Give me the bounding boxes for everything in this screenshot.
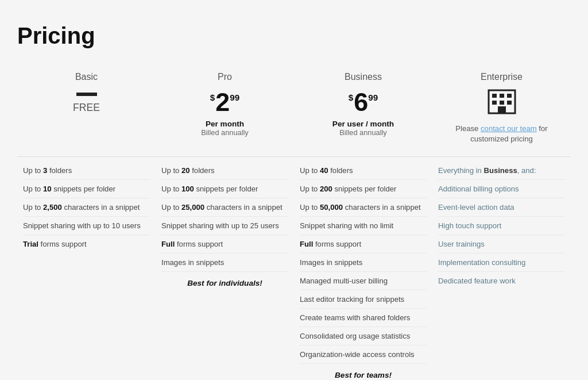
feature-item: Up to 10 snippets per folder [23,180,150,198]
best-for-label: Best for individuals! [161,272,288,290]
feature-item: Up to 100 snippets per folder [161,180,288,198]
feature-item: Snippet sharing with no limit [300,217,427,235]
feature-item: Up to 40 folders [300,162,427,180]
feature-item: Full forms support [161,235,288,254]
feature-item: Snippet sharing with up to 25 users [161,217,288,235]
feature-item: Up to 3 folders [23,162,150,180]
svg-rect-5 [500,101,504,105]
feature-item: Everything in Business, and: [438,162,565,180]
plan-enterprise-contact: Please contact our team for customized p… [438,124,565,145]
plan-pro-features: Up to 20 foldersUp to 100 snippets per f… [156,156,294,380]
plan-enterprise-header: Enterprise Please contact our team for c… [432,66,571,156]
plan-pro-cents: 99 [230,93,239,102]
feature-item: Up to 50,000 characters in a snippet [300,198,427,217]
best-for-label: Best for teams! [300,364,427,380]
feature-item: Managed multi-user billing [300,272,427,290]
plan-pro-billed: Billed annually [161,128,288,137]
feature-item: Implementation consulting [438,254,565,272]
plan-basic-dash [76,93,97,96]
feature-item: Create teams with shared folders [300,309,427,327]
features-grid: Up to 3 foldersUp to 10 snippets per fol… [17,156,571,380]
feature-item: Consolidated org usage statistics [300,327,427,346]
feature-item: Images in snippets [300,254,427,272]
svg-rect-7 [498,106,506,113]
plan-business-dollar: $ [349,93,353,102]
plan-business-cents: 99 [368,93,378,102]
svg-rect-2 [500,94,504,98]
feature-item: Snippet sharing with up to 10 users [23,217,150,235]
feature-item: Last editor tracking for snippets [300,290,427,309]
feature-item: Trial forms support [23,235,150,253]
plan-basic-free: FREE [23,102,150,114]
feature-item: Dedicated feature work [438,272,565,290]
svg-rect-4 [492,101,497,105]
plan-enterprise-features: Everything in Business, and:Additional b… [432,156,571,380]
feature-item: Additional billing options [438,180,565,198]
plan-business-header: Business $ 6 99 Per user / month Billed … [294,66,432,156]
plan-basic-name: Basic [23,72,150,82]
feature-item: User trainings [438,235,565,254]
feature-item: Images in snippets [161,254,288,272]
feature-item: Organization-wide access controls [300,346,427,364]
plan-business-name: Business [300,72,427,82]
feature-item: Up to 25,000 characters in a snippet [161,198,288,217]
plan-pro-price: $ 2 99 [161,89,288,115]
plan-basic-header: Basic FREE [17,66,156,156]
plan-basic-features: Up to 3 foldersUp to 10 snippets per fol… [17,156,156,380]
pricing-header: Basic FREE Pro $ 2 99 Per month Billed a… [17,66,571,156]
enterprise-contact-prefix: Please [455,124,481,133]
plan-pro-main: 2 [215,89,230,115]
plan-pro-name: Pro [161,72,288,82]
plan-pro-header: Pro $ 2 99 Per month Billed annually [156,66,294,156]
plan-business-period: Per user / month [300,120,427,128]
plan-pro-dollar: $ [210,93,215,102]
feature-item: Up to 200 snippets per folder [300,180,427,198]
feature-item: Full forms support [300,235,427,254]
enterprise-building-icon [438,89,565,119]
plan-business-main: 6 [354,89,368,115]
enterprise-contact-link[interactable]: contact our team [481,124,537,133]
feature-item: Up to 2,500 characters in a snippet [23,198,150,217]
svg-rect-3 [507,94,512,98]
plan-business-billed: Billed annually [300,128,427,137]
plan-pro-period: Per month [161,120,288,128]
plan-enterprise-name: Enterprise [438,72,565,82]
svg-rect-1 [492,94,497,98]
plan-business-features: Up to 40 foldersUp to 200 snippets per f… [294,156,432,380]
feature-item: Event-level action data [438,198,565,217]
plan-business-price: $ 6 99 [300,89,427,115]
feature-item: High touch support [438,217,565,235]
svg-rect-6 [507,101,512,105]
feature-item: Up to 20 folders [161,162,288,180]
page-title: Pricing [17,23,571,49]
